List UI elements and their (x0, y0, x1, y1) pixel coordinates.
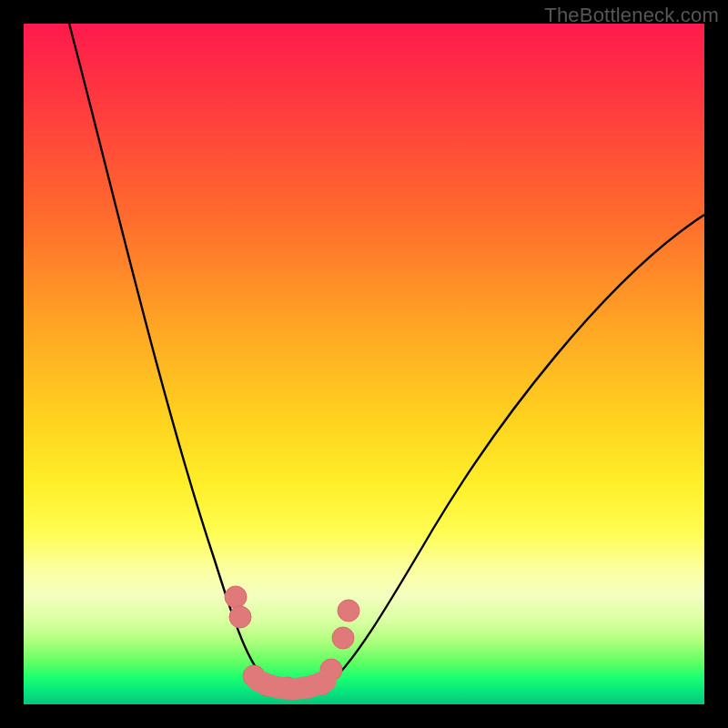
marker-dot (332, 627, 354, 649)
optimal-range-bar (258, 681, 326, 689)
chart-svg (24, 24, 704, 704)
marker-dot (338, 600, 359, 622)
bottleneck-curve (69, 24, 704, 696)
marker-dot (225, 586, 247, 608)
chart-area (24, 24, 704, 704)
watermark-text: TheBottleneck.com (544, 4, 719, 27)
marker-dot (229, 606, 251, 628)
